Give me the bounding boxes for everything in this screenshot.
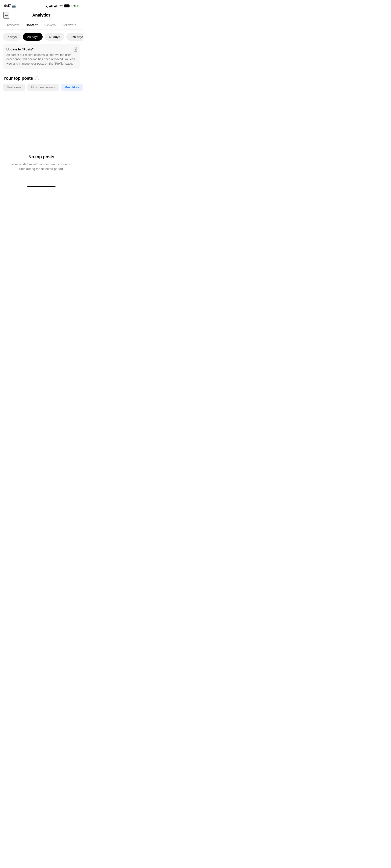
battery-icon bbox=[64, 4, 70, 7]
tab-overview[interactable]: Overview bbox=[2, 21, 22, 29]
camera-icon: 📷 bbox=[12, 4, 16, 8]
empty-state: No top posts Your posts haven't received… bbox=[0, 95, 83, 184]
svg-rect-1 bbox=[50, 6, 51, 7]
info-icon[interactable]: i bbox=[35, 76, 39, 80]
status-icons: 97% bbox=[45, 4, 79, 8]
sort-chips-container: Most views Most new viewers Most likes bbox=[0, 84, 83, 95]
chip-28days[interactable]: 28 days bbox=[23, 33, 42, 41]
sort-most-views[interactable]: Most views bbox=[3, 84, 25, 91]
section-title-row: Your top posts i bbox=[0, 72, 83, 84]
back-button[interactable]: ← bbox=[3, 12, 9, 19]
tab-live[interactable]: LIVE bbox=[79, 21, 83, 29]
tabs-container: Overview Content Viewers Followers LIVE bbox=[0, 21, 83, 29]
chip-7days[interactable]: 7 days bbox=[3, 33, 21, 41]
battery-container: 97% bbox=[64, 4, 79, 8]
svg-rect-5 bbox=[55, 6, 56, 7]
battery-percent: 97% bbox=[70, 4, 76, 8]
tab-viewers[interactable]: Viewers bbox=[41, 21, 59, 29]
date-chips-container: 7 days 28 days 60 days 365 days Cu... bbox=[0, 29, 83, 44]
top-posts-title: Your top posts bbox=[3, 76, 33, 81]
signal-icon-2 bbox=[54, 4, 58, 7]
svg-rect-3 bbox=[52, 5, 52, 7]
sort-most-likes[interactable]: Most likes bbox=[61, 84, 83, 91]
notice-text: As part of our recent updates to improve… bbox=[6, 53, 76, 66]
empty-state-subtitle: Your posts haven't received an increase … bbox=[0, 162, 83, 172]
wifi-icon bbox=[59, 4, 63, 7]
svg-rect-9 bbox=[64, 5, 69, 7]
notice-close-button[interactable]: × bbox=[74, 47, 77, 52]
sort-most-new-viewers[interactable]: Most new viewers bbox=[27, 84, 59, 91]
notice-title: Update to "Posts" bbox=[6, 48, 76, 51]
home-indicator bbox=[0, 184, 83, 189]
status-bar: 9:47 📷 bbox=[0, 0, 83, 10]
signal-icon-1 bbox=[50, 4, 53, 7]
header: ← Analytics bbox=[0, 10, 83, 21]
home-indicator-bar bbox=[27, 186, 56, 187]
battery-dot bbox=[77, 5, 79, 7]
page-title: Analytics bbox=[32, 13, 51, 18]
svg-rect-6 bbox=[56, 5, 56, 7]
svg-rect-0 bbox=[50, 6, 50, 7]
svg-rect-7 bbox=[57, 5, 57, 7]
chip-60days[interactable]: 60 days bbox=[45, 33, 64, 41]
tab-content[interactable]: Content bbox=[22, 21, 41, 29]
empty-state-title: No top posts bbox=[28, 154, 54, 159]
tab-followers[interactable]: Followers bbox=[59, 21, 79, 29]
notice-banner: Update to "Posts" As part of our recent … bbox=[3, 44, 80, 69]
mute-icon bbox=[45, 4, 48, 8]
svg-rect-2 bbox=[51, 5, 52, 7]
svg-rect-4 bbox=[54, 6, 55, 7]
status-time: 9:47 bbox=[4, 4, 11, 8]
chip-365days[interactable]: 365 days bbox=[66, 33, 83, 41]
